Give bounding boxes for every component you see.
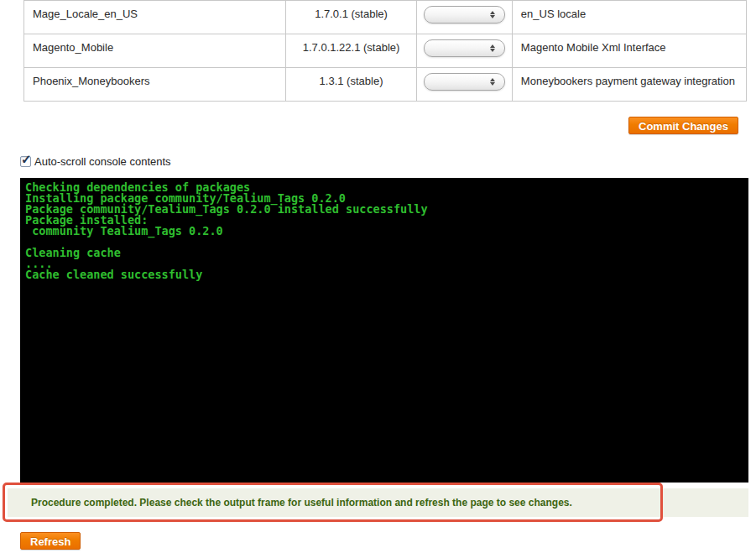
checkmark-icon: ✓ bbox=[21, 152, 32, 167]
autoscroll-checkbox[interactable]: ✓ bbox=[20, 156, 31, 167]
autoscroll-option[interactable]: ✓Auto-scroll console contents bbox=[20, 155, 171, 169]
select-arrow-down-icon bbox=[490, 15, 495, 18]
connect-manager-page: Mage_Locale_en_US 1.7.0.1 (stable) en_US… bbox=[0, 0, 756, 553]
extension-row: Mage_Locale_en_US 1.7.0.1 (stable) en_US… bbox=[24, 1, 747, 34]
extension-version: 1.7.0.1.22.1 (stable) bbox=[286, 34, 417, 68]
autoscroll-label: Auto-scroll console contents bbox=[34, 155, 171, 168]
select-arrow-up-icon bbox=[490, 44, 495, 48]
action-select[interactable] bbox=[424, 73, 505, 91]
extension-name: Magento_Mobile bbox=[24, 34, 286, 68]
select-arrow-up-icon bbox=[490, 11, 495, 14]
extension-action-cell bbox=[416, 68, 512, 102]
extension-version: 1.3.1 (stable) bbox=[286, 68, 417, 102]
action-select[interactable] bbox=[424, 39, 505, 57]
select-arrow-down-icon bbox=[490, 82, 495, 86]
status-message-text: Procedure completed. Please check the ou… bbox=[8, 497, 572, 509]
extensions-table-body: Mage_Locale_en_US 1.7.0.1 (stable) en_US… bbox=[24, 1, 747, 102]
refresh-button[interactable]: Refresh bbox=[20, 532, 81, 550]
extension-row: Magento_Mobile 1.7.0.1.22.1 (stable) Mag… bbox=[24, 34, 747, 68]
extensions-table: Mage_Locale_en_US 1.7.0.1 (stable) en_US… bbox=[23, 0, 747, 102]
extension-name: Mage_Locale_en_US bbox=[24, 1, 286, 34]
extension-action-cell bbox=[416, 34, 512, 68]
extension-version: 1.7.0.1 (stable) bbox=[286, 1, 417, 34]
select-arrow-down-icon bbox=[490, 49, 495, 52]
select-arrow-up-icon bbox=[490, 78, 495, 81]
extension-description: Magento Mobile Xml Interface bbox=[512, 34, 746, 68]
extension-description: Moneybookers payment gateway integration bbox=[512, 68, 746, 102]
extension-row: Phoenix_Moneybookers 1.3.1 (stable) Mone… bbox=[24, 68, 747, 102]
console-frame[interactable]: Checking dependencies of packages Instal… bbox=[20, 178, 748, 483]
action-select[interactable] bbox=[424, 6, 505, 23]
extension-action-cell bbox=[416, 1, 512, 34]
extension-description: en_US locale bbox=[512, 1, 746, 34]
extension-name: Phoenix_Moneybookers bbox=[24, 68, 286, 102]
console-output: Checking dependencies of packages Instal… bbox=[20, 178, 748, 284]
status-message-bar: Procedure completed. Please check the ou… bbox=[8, 488, 748, 517]
commit-changes-button[interactable]: Commit Changes bbox=[628, 117, 738, 134]
